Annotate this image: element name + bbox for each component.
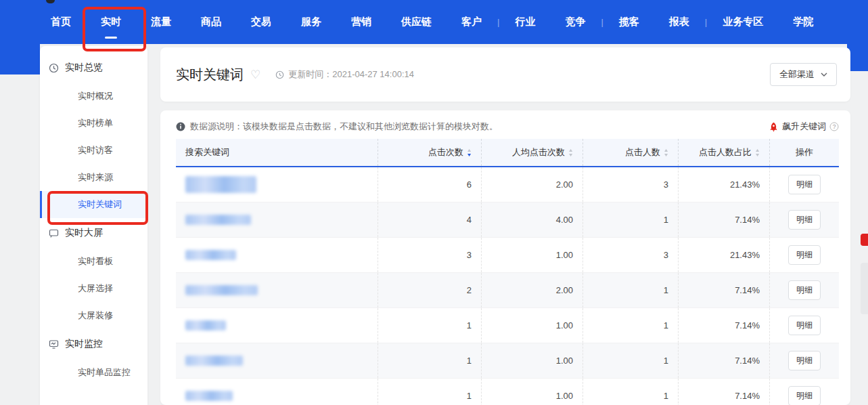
sort-icons[interactable]: ▲▼: [664, 148, 668, 157]
table-row: 3 1.00 3 21.43% 明细: [176, 237, 839, 272]
sidebar-item-实时关键词[interactable]: 实时关键词: [40, 191, 147, 218]
sidebar-item-label: 实时榜单: [78, 117, 113, 129]
svg-text:?: ?: [833, 123, 836, 130]
sidebar-item-实时概况[interactable]: 实时概况: [40, 83, 147, 110]
nav-item-label: 服务: [301, 16, 321, 27]
nav-item-服务[interactable]: 服务: [286, 16, 336, 28]
table-body: 6 2.00 3 21.43% 明细 4 4.00 1 7.14% 明细 3 1…: [176, 167, 839, 405]
sidebar-item-实时访客[interactable]: 实时访客: [40, 137, 147, 164]
nav-item-首页[interactable]: 首页: [36, 16, 86, 28]
nav-item-label: 客户: [461, 16, 482, 27]
nav-item-label: 首页: [51, 16, 71, 27]
data-source-note-row: 数据源说明：该模块数据是点击数据，不建议和其他浏览数据计算的模块对数。 飙升关键…: [176, 114, 839, 139]
sort-desc-icon[interactable]: ▼: [568, 153, 574, 157]
detail-button[interactable]: 明细: [788, 316, 821, 335]
sidebar-item-实时单品监控[interactable]: 实时单品监控: [40, 359, 147, 386]
sidebar-item-label: 实时单品监控: [78, 366, 131, 379]
cell-keyword[interactable]: [176, 343, 378, 378]
sidebar-item-大屏装修[interactable]: 大屏装修: [40, 302, 147, 329]
nav-separator: |: [497, 17, 499, 27]
sort-icons[interactable]: ▲▼: [568, 148, 573, 157]
nav-item-报表[interactable]: 报表: [654, 16, 704, 28]
column-header-label: 操作: [796, 146, 813, 158]
update-time-wrap: 更新时间：2021-04-27 14:00:14: [275, 68, 414, 81]
sidebar-item-实时来源[interactable]: 实时来源: [40, 164, 147, 191]
cell-avg-clicks: 1.00: [481, 238, 583, 272]
sidebar-item-实时看板[interactable]: 实时看板: [40, 248, 147, 275]
nav-item-label: 学院: [793, 16, 813, 27]
nav-item-供应链[interactable]: 供应链: [386, 16, 447, 28]
surge-keywords-link[interactable]: 飙升关键词 ?: [769, 121, 839, 133]
cell-avg-clicks: 2.00: [481, 273, 583, 307]
column-header-人均点击次数[interactable]: 人均点击次数 ▲▼: [481, 139, 583, 166]
nav-item-label: 交易: [251, 16, 271, 27]
cell-keyword[interactable]: [176, 308, 378, 343]
nav-item-揽客[interactable]: 揽客: [604, 16, 654, 28]
cell-keyword[interactable]: [176, 379, 378, 405]
cell-action: 明细: [769, 238, 839, 272]
cell-action: 明细: [769, 167, 839, 202]
column-header-点击人数占比[interactable]: 点击人数占比 ▲▼: [678, 139, 769, 166]
cell-keyword[interactable]: [176, 202, 378, 237]
cell-keyword[interactable]: [176, 167, 378, 202]
floating-gray-widget[interactable]: [861, 263, 868, 314]
blurred-keyword: [185, 215, 251, 225]
sort-desc-icon[interactable]: ▼: [466, 153, 472, 157]
column-header-label: 点击人数: [625, 146, 660, 158]
favorite-heart-icon[interactable]: ♡: [250, 69, 260, 81]
table-row: 1 1.00 1 7.14% 明细: [176, 343, 839, 378]
cell-action: 明细: [769, 343, 839, 378]
detail-button[interactable]: 明细: [788, 210, 821, 230]
sidebar-item-大屏选择[interactable]: 大屏选择: [40, 275, 147, 302]
page-header-card: 实时关键词 ♡ 更新时间：2021-04-27 14:00:14 全部渠道: [160, 47, 850, 102]
sidebar-item-label: 大屏装修: [78, 310, 113, 322]
sort-icons[interactable]: ▲▼: [755, 148, 760, 157]
nav-item-客户[interactable]: 客户: [447, 16, 497, 28]
nav-item-学院[interactable]: 学院: [778, 16, 828, 28]
sort-desc-icon[interactable]: ▼: [754, 153, 760, 157]
column-header-点击次数[interactable]: 点击次数 ▲▼: [378, 139, 481, 166]
cell-keyword[interactable]: [176, 273, 378, 307]
column-header-点击人数[interactable]: 点击人数 ▲▼: [583, 139, 678, 166]
detail-button[interactable]: 明细: [788, 351, 821, 370]
nav-item-业务专区[interactable]: 业务专区: [708, 16, 778, 28]
detail-button[interactable]: 明细: [788, 245, 821, 265]
channel-selector[interactable]: 全部渠道: [770, 63, 837, 86]
cell-avg-clicks: 1.00: [481, 379, 583, 405]
cell-action: 明细: [769, 202, 839, 237]
detail-button[interactable]: 明细: [788, 175, 821, 194]
cell-users: 1: [583, 273, 678, 307]
cell-keyword[interactable]: [176, 238, 378, 272]
nav-item-label: 营销: [351, 16, 371, 27]
sidebar-group-header[interactable]: 实时总览: [40, 53, 147, 83]
cell-action: 明细: [769, 308, 839, 343]
sidebar-item-label: 实时看板: [78, 255, 113, 268]
cell-avg-clicks: 4.00: [481, 202, 583, 237]
column-header-label: 搜索关键词: [185, 146, 229, 158]
floating-red-widget[interactable]: [861, 234, 868, 246]
nav-item-实时[interactable]: 实时: [86, 16, 136, 28]
cell-avg-clicks: 1.00: [481, 308, 583, 343]
nav-item-流量[interactable]: 流量: [136, 16, 186, 28]
question-icon[interactable]: ?: [829, 122, 839, 131]
nav-item-行业[interactable]: 行业: [500, 16, 550, 28]
sort-desc-icon[interactable]: ▼: [663, 153, 669, 157]
sidebar-group-header[interactable]: 实时大屏: [40, 218, 147, 248]
nav-item-商品[interactable]: 商品: [186, 16, 236, 28]
blurred-keyword: [185, 391, 233, 401]
sidebar-item-实时榜单[interactable]: 实时榜单: [40, 110, 147, 137]
detail-button[interactable]: 明细: [788, 386, 821, 405]
column-header-label: 点击人数占比: [699, 146, 752, 158]
nav-item-label: 实时: [101, 16, 121, 27]
nav-item-竞争[interactable]: 竞争: [550, 16, 600, 28]
nav-items: 首页 实时 流量 商品 交易 服务 营销 供应链 客户 | 行业 竞争 | 揽客…: [36, 16, 828, 28]
sort-icons[interactable]: ▲▼: [467, 148, 472, 157]
sidebar-group-header[interactable]: 实时监控: [40, 329, 147, 359]
cell-user-ratio: 21.43%: [678, 167, 769, 202]
cell-users: 3: [583, 238, 678, 272]
nav-item-营销[interactable]: 营销: [336, 16, 386, 28]
detail-button[interactable]: 明细: [788, 280, 821, 300]
nav-item-交易[interactable]: 交易: [236, 16, 286, 28]
table-header-row: 搜索关键词 点击次数 ▲▼ 人均点击次数 ▲▼ 点击人数 ▲▼ 点击人数占比 ▲…: [176, 139, 839, 167]
sidebar-group-label: 实时监控: [65, 338, 103, 350]
